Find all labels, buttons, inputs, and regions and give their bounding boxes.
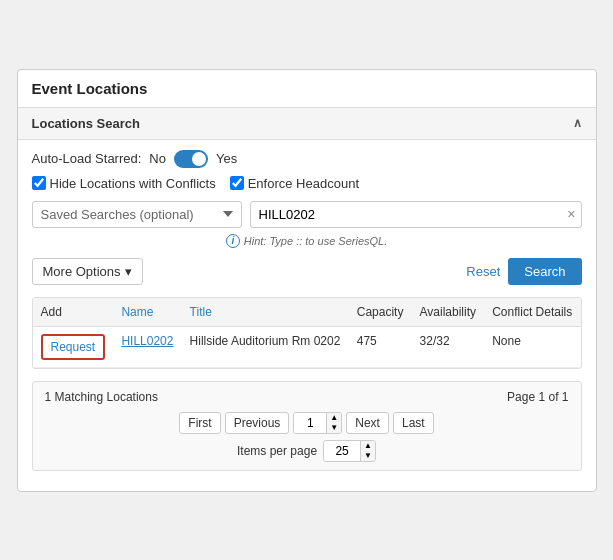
next-page-button[interactable]: Next <box>346 412 389 434</box>
reset-button[interactable]: Reset <box>466 264 500 279</box>
request-button[interactable]: Request <box>41 334 106 360</box>
col-header-availability: Availability <box>412 298 485 327</box>
cell-capacity: 475 <box>349 326 412 367</box>
pagination-nav: First Previous ▲ ▼ Next Last <box>45 412 569 434</box>
pagination-area: 1 Matching Locations Page 1 of 1 First P… <box>32 381 582 471</box>
items-per-page-row: Items per page ▲ ▼ <box>45 440 569 462</box>
autoload-yes-label: Yes <box>216 151 237 166</box>
search-input[interactable] <box>250 201 582 228</box>
locations-search-header: Locations Search ∧ <box>18 107 596 140</box>
more-options-label: More Options <box>43 264 121 279</box>
page-stepper: ▲ ▼ <box>326 413 341 433</box>
location-name-link[interactable]: HILL0202 <box>121 334 173 348</box>
hide-locations-label: Hide Locations with Conflicts <box>50 176 216 191</box>
clear-search-button[interactable]: × <box>567 207 575 221</box>
page-decrement-button[interactable]: ▼ <box>326 423 341 433</box>
page-number-input[interactable] <box>294 413 326 433</box>
autoload-row: Auto-Load Starred: No Yes <box>32 150 582 168</box>
locations-table: Add Name Title Capacity Availability Con… <box>33 298 581 368</box>
items-decrement-button[interactable]: ▼ <box>361 451 375 461</box>
items-per-page-input[interactable] <box>324 441 360 461</box>
col-header-capacity: Capacity <box>349 298 412 327</box>
table-header-row: Add Name Title Capacity Availability Con… <box>33 298 581 327</box>
page-number-wrapper: ▲ ▼ <box>293 412 342 434</box>
section-header-label: Locations Search <box>32 116 140 131</box>
toggle-knob <box>192 152 206 166</box>
search-button[interactable]: Search <box>508 258 581 285</box>
matching-locations-text: 1 Matching Locations <box>45 390 158 404</box>
collapse-chevron-icon[interactable]: ∧ <box>573 116 582 130</box>
items-per-page-label: Items per page <box>237 444 317 458</box>
table-row: Request HILL0202 Hillside Auditorium Rm … <box>33 326 581 367</box>
items-increment-button[interactable]: ▲ <box>361 441 375 451</box>
saved-searches-dropdown[interactable]: Saved Searches (optional) <box>32 201 242 228</box>
cell-availability: 32/32 <box>412 326 485 367</box>
autoload-label: Auto-Load Starred: <box>32 151 142 166</box>
locations-table-wrapper: Add Name Title Capacity Availability Con… <box>32 297 582 369</box>
col-header-conflict-details: Conflict Details <box>484 298 580 327</box>
checkbox-row: Hide Locations with Conflicts Enforce He… <box>32 176 582 191</box>
col-header-name: Name <box>113 298 181 327</box>
items-stepper: ▲ ▼ <box>360 441 375 461</box>
cell-add: Request <box>33 326 114 367</box>
autoload-no-label: No <box>149 151 166 166</box>
hint-icon: i <box>226 234 240 248</box>
page-increment-button[interactable]: ▲ <box>326 413 341 423</box>
search-input-wrapper: × <box>250 201 582 228</box>
first-page-button[interactable]: First <box>179 412 220 434</box>
search-row: Saved Searches (optional) × <box>32 201 582 228</box>
cell-name: HILL0202 <box>113 326 181 367</box>
col-header-title: Title <box>182 298 349 327</box>
cell-title: Hillside Auditorium Rm 0202 <box>182 326 349 367</box>
enforce-headcount-checkbox[interactable] <box>230 176 244 190</box>
options-actions-row: More Options ▾ Reset Search <box>32 258 582 285</box>
location-title: Hillside Auditorium Rm 0202 <box>190 334 341 348</box>
hint-row: i Hint: Type :: to use SeriesQL. <box>32 234 582 248</box>
more-options-chevron-icon: ▾ <box>125 264 132 279</box>
items-per-page-wrapper: ▲ ▼ <box>323 440 376 462</box>
panel-title: Event Locations <box>18 70 596 107</box>
autoload-toggle[interactable] <box>174 150 208 168</box>
hide-locations-checkbox[interactable] <box>32 176 46 190</box>
enforce-headcount-label: Enforce Headcount <box>248 176 359 191</box>
page-info-text: Page 1 of 1 <box>507 390 568 404</box>
previous-page-button[interactable]: Previous <box>225 412 290 434</box>
cell-conflict-details: None <box>484 326 580 367</box>
enforce-headcount-checkbox-item: Enforce Headcount <box>230 176 359 191</box>
action-buttons: Reset Search <box>466 258 581 285</box>
hide-locations-checkbox-item: Hide Locations with Conflicts <box>32 176 216 191</box>
more-options-button[interactable]: More Options ▾ <box>32 258 143 285</box>
event-locations-panel: Event Locations Locations Search ∧ Auto-… <box>17 69 597 492</box>
last-page-button[interactable]: Last <box>393 412 434 434</box>
pagination-top: 1 Matching Locations Page 1 of 1 <box>45 390 569 404</box>
section-body: Auto-Load Starred: No Yes Hide Locations… <box>18 140 596 491</box>
col-header-add: Add <box>33 298 114 327</box>
hint-text: Hint: Type :: to use SeriesQL. <box>244 235 387 247</box>
